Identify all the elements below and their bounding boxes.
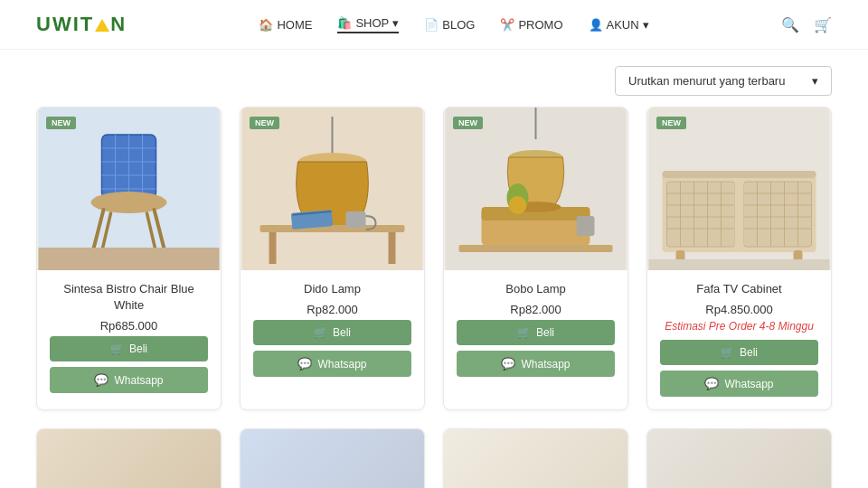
svg-rect-58	[649, 259, 830, 270]
nav-links: 🏠 HOME 🛍️ SHOP ▾ 📄 BLOG ✂️ PROMO 👤 AKUN …	[259, 16, 648, 33]
product-name: Dido Lamp	[253, 281, 411, 297]
product-image-wrap: NEW	[647, 108, 831, 270]
promo-icon: ✂️	[500, 18, 514, 32]
svg-rect-46	[744, 182, 812, 247]
nav-akun[interactable]: 👤 AKUN ▾	[589, 18, 649, 32]
product-card: NEW Fafa TV Cabinet Rp4.850.000 Estimasi…	[646, 107, 832, 410]
product-image-placeholder	[37, 429, 221, 488]
nav-action-icons: 🔍 🛒	[781, 16, 832, 33]
product-image-wrap: NEW	[444, 108, 627, 270]
buy-button[interactable]: 🛒 Beli	[50, 336, 208, 361]
whatsapp-label: Whatsapp	[724, 378, 773, 390]
product-card-placeholder	[36, 428, 222, 488]
new-badge: NEW	[46, 117, 76, 129]
toolbar: Urutkan menurut yang terbaru ▾	[0, 50, 868, 107]
product-price: Rp82.000	[253, 303, 411, 316]
home-icon: 🏠	[259, 18, 273, 32]
shop-dropdown-icon: ▾	[392, 16, 399, 30]
akun-icon: 👤	[589, 18, 603, 32]
whatsapp-label: Whatsapp	[114, 374, 163, 387]
svg-rect-30	[459, 245, 613, 252]
buy-label: Beli	[740, 346, 758, 359]
cart-icon: 🛒	[314, 326, 327, 339]
product-card: NEW Dido Lamp Rp82.000 🛒 Beli 💬 Whatsapp	[240, 107, 425, 410]
whatsapp-label: Whatsapp	[317, 358, 366, 371]
cart-icon: 🛒	[814, 17, 832, 33]
sort-dropdown-chevron: ▾	[812, 74, 818, 88]
svg-rect-36	[663, 171, 816, 178]
new-badge: NEW	[453, 117, 483, 129]
product-name: Bobo Lamp	[457, 281, 615, 297]
card-body: Dido Lamp Rp82.000 🛒 Beli 💬 Whatsapp	[241, 270, 424, 389]
shop-icon: 🛍️	[337, 16, 352, 30]
svg-rect-20	[389, 232, 396, 264]
product-card-placeholder	[646, 428, 832, 488]
cart-button[interactable]: 🛒	[814, 16, 832, 33]
whatsapp-icon: 💬	[704, 377, 719, 390]
product-grid-row2	[0, 428, 868, 488]
product-image-placeholder	[241, 429, 424, 488]
cart-icon: 🛒	[110, 343, 124, 355]
navbar: UWITN 🏠 HOME 🛍️ SHOP ▾ 📄 BLOG ✂️ PROMO 👤…	[0, 0, 868, 50]
whatsapp-label: Whatsapp	[521, 358, 570, 371]
whatsapp-button[interactable]: 💬 Whatsapp	[660, 371, 818, 397]
nav-home[interactable]: 🏠 HOME	[259, 18, 312, 32]
buy-label: Beli	[333, 326, 351, 339]
buy-button[interactable]: 🛒 Beli	[660, 340, 818, 365]
product-price: Rp685.000	[50, 319, 208, 333]
whatsapp-icon: 💬	[297, 357, 312, 371]
product-image-placeholder	[647, 429, 831, 488]
product-preorder: Estimasi Pre Order 4-8 Minggu	[660, 320, 818, 333]
svg-rect-31	[577, 216, 595, 236]
product-card-placeholder	[443, 428, 628, 488]
product-card: NEW Bobo Lamp Rp82.000 🛒 Beli 💬 Whatsapp	[443, 107, 628, 410]
cart-icon: 🛒	[721, 346, 734, 359]
svg-point-33	[509, 196, 527, 214]
svg-rect-18	[260, 225, 405, 232]
buy-button[interactable]: 🛒 Beli	[253, 320, 411, 345]
svg-rect-19	[269, 232, 277, 264]
search-icon: 🔍	[781, 17, 799, 33]
product-name: Fafa TV Cabinet	[660, 281, 818, 297]
product-image-placeholder	[444, 429, 627, 488]
product-card: NEW Sintesa Bistro Chair Blue White Rp68…	[36, 107, 222, 410]
nav-shop[interactable]: 🛍️ SHOP ▾	[337, 16, 399, 33]
logo[interactable]: UWITN	[36, 13, 127, 36]
sort-label: Urutkan menurut yang terbaru	[628, 74, 785, 88]
buy-label: Beli	[129, 343, 147, 355]
product-image-wrap: NEW	[241, 108, 424, 270]
product-price: Rp4.850.000	[660, 303, 818, 316]
blog-icon: 📄	[424, 18, 439, 32]
akun-dropdown-icon: ▾	[643, 18, 649, 32]
nav-promo[interactable]: ✂️ PROMO	[500, 18, 562, 32]
whatsapp-button[interactable]: 💬 Whatsapp	[50, 367, 208, 393]
product-price: Rp82.000	[457, 303, 615, 316]
svg-rect-37	[667, 182, 735, 247]
product-card-placeholder	[240, 428, 425, 488]
whatsapp-button[interactable]: 💬 Whatsapp	[253, 351, 411, 377]
product-image-wrap: NEW	[37, 108, 221, 270]
card-body: Bobo Lamp Rp82.000 🛒 Beli 💬 Whatsapp	[444, 270, 627, 389]
new-badge: NEW	[656, 117, 686, 129]
whatsapp-icon: 💬	[94, 373, 108, 387]
buy-label: Beli	[536, 326, 554, 339]
whatsapp-button[interactable]: 💬 Whatsapp	[457, 351, 615, 377]
svg-rect-23	[346, 211, 366, 228]
svg-rect-55	[735, 182, 744, 247]
cart-icon: 🛒	[517, 326, 531, 339]
product-name: Sintesa Bistro Chair Blue White	[50, 281, 208, 314]
product-grid: NEW Sintesa Bistro Chair Blue White Rp68…	[0, 107, 868, 428]
svg-rect-14	[39, 248, 220, 270]
whatsapp-icon: 💬	[501, 357, 515, 371]
buy-button[interactable]: 🛒 Beli	[457, 320, 615, 345]
logo-text: UWITN	[36, 13, 127, 36]
nav-blog[interactable]: 📄 BLOG	[424, 18, 475, 32]
card-body: Sintesa Bistro Chair Blue White Rp685.00…	[37, 270, 221, 406]
new-badge: NEW	[250, 117, 279, 129]
search-button[interactable]: 🔍	[781, 16, 799, 33]
sort-dropdown[interactable]: Urutkan menurut yang terbaru ▾	[615, 66, 832, 96]
card-body: Fafa TV Cabinet Rp4.850.000 Estimasi Pre…	[647, 270, 831, 409]
